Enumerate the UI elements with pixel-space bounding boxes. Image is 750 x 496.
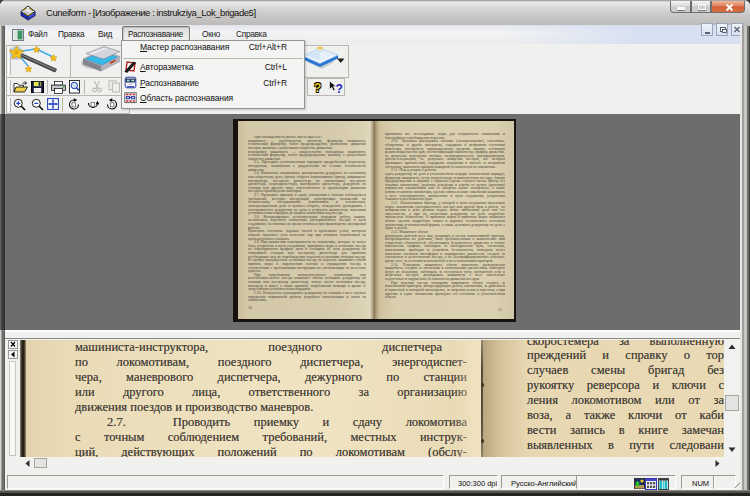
svg-text:?: ?: [336, 82, 343, 95]
